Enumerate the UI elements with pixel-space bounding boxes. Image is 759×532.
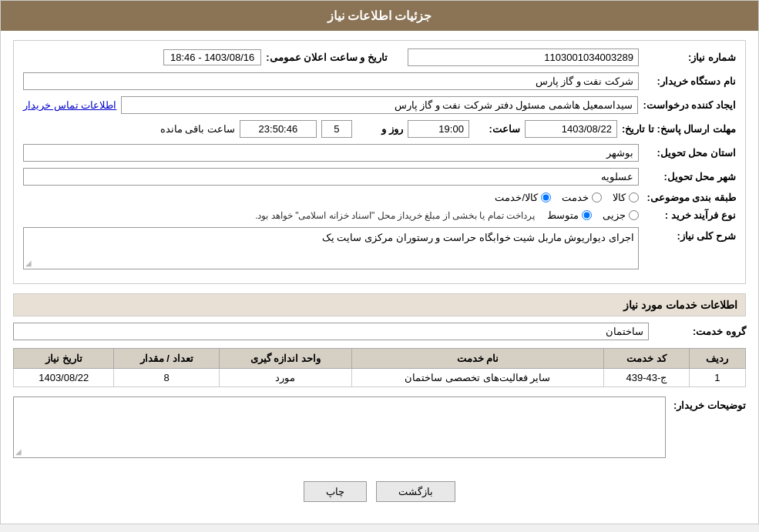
purchase-radio-medium[interactable]	[582, 210, 592, 220]
buyer-station-value: شرکت نفت و گاز پارس	[23, 72, 639, 90]
cell-row-num: 1	[689, 369, 745, 387]
main-form-section: شماره نیاز: 1103001034003289 تاریخ و ساع…	[13, 40, 746, 284]
response-days-value: 5	[321, 120, 352, 138]
purchase-radio-partial[interactable]	[629, 210, 639, 220]
creator-value: سیداسمعیل هاشمی مسئول دفتر شرکت نفت و گا…	[121, 96, 638, 114]
purchase-option-partial[interactable]: جزیی	[603, 209, 639, 221]
services-table: ردیف کد خدمت نام خدمت واحد اندازه گیری ت…	[13, 348, 746, 387]
cell-name: سایر فعالیت‌های تخصصی ساختمان	[351, 369, 603, 387]
purchase-type-label: نوع فرآیند خرید :	[643, 209, 736, 221]
purchase-type-radio-group: جزیی متوسط	[547, 209, 639, 221]
need-desc-value: اجرای دیواریوش ماربل شیت خوابگاه حراست و…	[322, 232, 634, 243]
response-time-value: 19:00	[408, 120, 469, 138]
service-group-value: ساختمان	[13, 323, 649, 340]
response-deadline-label: مهلت ارسال پاسخ: تا تاریخ:	[622, 123, 736, 135]
category-option-service[interactable]: خدمت	[562, 192, 602, 203]
creator-row: ایجاد کننده درخواست: سیداسمعیل هاشمی مسئ…	[23, 96, 736, 114]
remaining-time-label: ساعت باقی مانده	[160, 123, 235, 135]
buyer-station-row: نام دستگاه خریدار: شرکت نفت و گاز پارس	[23, 72, 736, 90]
category-radio-goods[interactable]	[629, 192, 639, 202]
col-header-qty: تعداد / مقدار	[114, 349, 219, 369]
delivery-city-value: عسلویه	[23, 168, 639, 186]
back-button[interactable]: بازگشت	[376, 481, 455, 502]
response-time-label: ساعت:	[474, 123, 520, 135]
need-number-label: شماره نیاز:	[643, 52, 736, 63]
creator-label: ایجاد کننده درخواست:	[643, 99, 736, 111]
need-number-row: شماره نیاز: 1103001034003289 تاریخ و ساع…	[23, 49, 736, 66]
col-header-code: کد خدمت	[603, 349, 689, 369]
purchase-type-note: پرداخت تمام یا بخشی از مبلغ خریداز محل "…	[255, 210, 535, 221]
delivery-province-row: استان محل تحویل: بوشهر	[23, 144, 736, 162]
category-radio-both[interactable]	[541, 192, 551, 202]
response-deadline-row: مهلت ارسال پاسخ: تا تاریخ: 1403/08/22 سا…	[23, 120, 736, 138]
services-section-title: اطلاعات خدمات مورد نیاز	[13, 293, 746, 316]
print-button[interactable]: چاپ	[304, 481, 367, 502]
creator-contact-link[interactable]: اطلاعات تماس خریدار	[23, 99, 116, 111]
col-header-name: نام خدمت	[351, 349, 603, 369]
category-label-service: خدمت	[562, 192, 589, 203]
service-group-row: گروه خدمت: ساختمان	[13, 323, 746, 340]
response-date-value: 1403/08/22	[525, 120, 617, 138]
delivery-city-label: شهر محل تحویل:	[643, 171, 736, 182]
buyer-desc-box: ◢	[13, 396, 666, 458]
service-group-label: گروه خدمت:	[653, 326, 746, 337]
cell-code: ج-43-439	[603, 369, 689, 387]
delivery-province-value: بوشهر	[23, 144, 639, 162]
col-header-unit: واحد اندازه گیری	[219, 349, 351, 369]
category-radio-service[interactable]	[592, 192, 602, 202]
footer-buttons: بازگشت چاپ	[13, 470, 746, 514]
buyer-desc-section: توضیحات خریدار: ◢	[13, 396, 746, 458]
purchase-type-row: نوع فرآیند خرید : جزیی متوسط پرداخت تمام…	[23, 209, 736, 221]
col-header-row: ردیف	[689, 349, 745, 369]
category-radio-group: کالا خدمت کالا/خدمت	[495, 192, 639, 203]
remaining-time-value: 23:50:46	[240, 120, 317, 138]
cell-date: 1403/08/22	[14, 369, 114, 387]
category-label: طبقه بندی موضوعی:	[643, 192, 736, 203]
response-days-label: روز و	[357, 123, 403, 135]
buyer-station-label: نام دستگاه خریدار:	[643, 75, 736, 87]
category-label-both: کالا/خدمت	[495, 192, 538, 203]
purchase-option-medium[interactable]: متوسط	[547, 209, 592, 221]
need-desc-label: شرح کلی نیاز:	[643, 227, 736, 242]
category-option-goods[interactable]: کالا	[613, 192, 639, 203]
category-row: طبقه بندی موضوعی: کالا خدمت کالا/خدمت	[23, 192, 736, 203]
page-title: جزئیات اطلاعات نیاز	[1, 1, 758, 31]
purchase-label-medium: متوسط	[547, 209, 579, 221]
need-desc-row: شرح کلی نیاز: اجرای دیواریوش ماربل شیت خ…	[23, 227, 736, 269]
table-row: 1 ج-43-439 سایر فعالیت‌های تخصصی ساختمان…	[14, 369, 746, 387]
purchase-label-partial: جزیی	[603, 209, 626, 221]
buyer-desc-label: توضیحات خریدار:	[669, 396, 746, 411]
delivery-city-row: شهر محل تحویل: عسلویه	[23, 168, 736, 186]
category-option-both[interactable]: کالا/خدمت	[495, 192, 551, 203]
cell-qty: 8	[114, 369, 219, 387]
col-header-date: تاریخ نیاز	[14, 349, 114, 369]
need-number-value: 1103001034003289	[408, 49, 639, 66]
announce-date-label: تاریخ و ساعت اعلان عمومی:	[266, 52, 388, 63]
cell-unit: مورد	[219, 369, 351, 387]
announce-date-value: 1403/08/16 - 18:46	[163, 49, 261, 65]
category-label-goods: کالا	[613, 192, 626, 203]
delivery-province-label: استان محل تحویل:	[643, 147, 736, 159]
